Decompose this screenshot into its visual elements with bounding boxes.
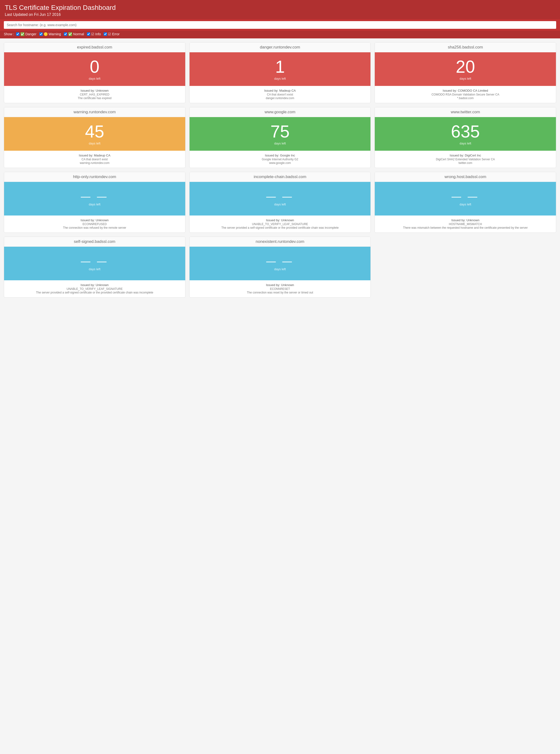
filter-info-label: ☑ Info: [91, 32, 101, 36]
card-body: Issued by: Unknown CERT_HAS_EXPIRED The …: [4, 86, 185, 103]
filter-warning-checkbox[interactable]: [39, 33, 43, 36]
card-body: Issued by: Unknown HOSTNAME_MISMATCH The…: [375, 216, 556, 233]
card: www.google.com 75 days left Issued by: G…: [189, 107, 371, 168]
filter-error[interactable]: ☑ Error: [104, 32, 119, 36]
last-updated: Last Updated on Fri Jun 17 2016: [5, 13, 555, 17]
filter-error-checkbox[interactable]: [104, 33, 107, 36]
detail-line-1: CERT_HAS_EXPIRED: [7, 93, 182, 96]
filter-warning-label: 🟡 Warning: [44, 32, 61, 36]
days-number: 0: [90, 58, 99, 75]
detail-line-2: The server provided a self-signed certif…: [193, 226, 367, 230]
card-hostname: http-only.runtondev.com: [4, 172, 185, 182]
card-body: Issued by: Unknown ECONNRESET The connec…: [189, 280, 371, 297]
card: www.twitter.com 635 days left Issued by:…: [375, 107, 556, 168]
cards-grid: expired.badssl.com 0 days left Issued by…: [4, 42, 556, 298]
filter-info-checkbox[interactable]: [87, 33, 90, 36]
days-number: 635: [451, 123, 480, 140]
card: warning.runtondev.com 45 days left Issue…: [4, 107, 185, 168]
card-hostname: wrong.host.badssl.com: [375, 172, 556, 182]
days-label: days left: [274, 77, 286, 80]
days-label: days left: [274, 142, 286, 145]
days-number: — —: [452, 192, 479, 201]
days-label: days left: [89, 267, 100, 271]
detail-line-1: CA that doesn't exist: [193, 93, 367, 96]
filter-warning[interactable]: 🟡 Warning: [39, 32, 61, 36]
days-number: 75: [271, 123, 289, 140]
days-number: 45: [85, 123, 104, 140]
detail-line-2: www.google.com: [193, 161, 367, 165]
card-banner: — — days left: [4, 247, 185, 280]
detail-line-2: warning.runtondev.com: [7, 161, 182, 165]
card-body: Issued by: Unknown UNABLE_TO_VERIFY_LEAF…: [4, 280, 185, 297]
card-body: Issued by: Unknown ECONNREFUSED The conn…: [4, 216, 185, 233]
detail-line-1: DigiCert SHA2 Extended Validation Server…: [378, 158, 553, 161]
card: self-signed.badssl.com — — days left Iss…: [4, 237, 185, 298]
card-body: Issued by: Google Inc Google Internet Au…: [189, 151, 371, 168]
main-content: expired.badssl.com 0 days left Issued by…: [0, 38, 560, 301]
detail-line-1: ECONNREFUSED: [7, 222, 182, 226]
days-label: days left: [89, 142, 100, 145]
issuer-line: Issued by: Google Inc: [193, 154, 367, 157]
filter-show-label: Show :: [4, 32, 14, 36]
search-bar: [0, 19, 560, 31]
days-label: days left: [459, 202, 471, 206]
card-hostname: warning.runtondev.com: [4, 107, 185, 117]
card-body: Issued by: COMODO CA Limited COMODO RSA …: [375, 86, 556, 103]
detail-line-2: The connection was refused by the remote…: [7, 226, 182, 230]
page-title: TLS Certificate Expiration Dashboard: [5, 4, 555, 12]
detail-line-2: The certificate has expired: [7, 97, 182, 100]
days-number: 1: [275, 58, 285, 75]
filter-danger-label: ✅ Danger: [20, 32, 37, 36]
card-banner: 45 days left: [4, 117, 185, 151]
card-hostname: www.twitter.com: [375, 107, 556, 117]
days-number: — —: [266, 256, 294, 266]
card-banner: 635 days left: [375, 117, 556, 151]
days-label: days left: [459, 142, 471, 145]
filter-normal-checkbox[interactable]: [64, 33, 67, 36]
detail-line-1: HOSTNAME_MISMATCH: [378, 222, 553, 226]
card-hostname: incomplete-chain.badssl.com: [189, 172, 371, 182]
card-hostname: sha256.badssl.com: [375, 42, 556, 52]
filter-info[interactable]: ☑ Info: [87, 32, 101, 36]
detail-line-2: danger.runtondev.com: [193, 97, 367, 100]
card-banner: — — days left: [189, 182, 371, 216]
detail-line-2: twitter.com: [378, 161, 553, 165]
days-number: — —: [81, 256, 108, 266]
search-input[interactable]: [4, 21, 556, 29]
card: expired.badssl.com 0 days left Issued by…: [4, 42, 185, 103]
issuer-line: Issued by: Unknown: [7, 89, 182, 93]
card-banner: — — days left: [4, 182, 185, 216]
card: nonexistent.runtondev.com — — days left …: [189, 237, 371, 298]
days-label: days left: [89, 77, 100, 80]
card-banner: 20 days left: [375, 52, 556, 86]
detail-line-1: UNABLE_TO_VERIFY_LEAF_SIGNATURE: [7, 287, 182, 291]
detail-line-1: CA that doesn't exist: [7, 158, 182, 161]
filter-danger[interactable]: ✅ Danger: [16, 32, 37, 36]
issuer-line: Issued by: Madeup CA: [193, 89, 367, 93]
header: TLS Certificate Expiration Dashboard Las…: [0, 0, 560, 19]
days-label: days left: [459, 77, 471, 80]
issuer-line: Issued by: Unknown: [378, 218, 553, 222]
card: incomplete-chain.badssl.com — — days lef…: [189, 172, 371, 233]
days-number: — —: [266, 192, 294, 201]
card-hostname: nonexistent.runtondev.com: [189, 237, 371, 247]
detail-line-1: UNABLE_TO_VERIFY_LEAF_SIGNATURE: [193, 222, 367, 226]
card: danger.runtondev.com 1 days left Issued …: [189, 42, 371, 103]
issuer-line: Issued by: Madeup CA: [7, 154, 182, 157]
filter-error-label: ☑ Error: [108, 32, 119, 36]
card-body: Issued by: DigiCert Inc DigiCert SHA2 Ex…: [375, 151, 556, 168]
card-hostname: www.google.com: [189, 107, 371, 117]
detail-line-1: ECONNRESET: [193, 287, 367, 291]
issuer-line: Issued by: DigiCert Inc: [378, 154, 553, 157]
card-body: Issued by: Unknown UNABLE_TO_VERIFY_LEAF…: [189, 216, 371, 233]
detail-line-1: Google Internet Authority G2: [193, 158, 367, 161]
card: http-only.runtondev.com — — days left Is…: [4, 172, 185, 233]
days-label: days left: [274, 202, 286, 206]
detail-line-2: The server provided a self-signed certif…: [7, 291, 182, 294]
issuer-line: Issued by: Unknown: [193, 283, 367, 287]
card: sha256.badssl.com 20 days left Issued by…: [375, 42, 556, 103]
filter-normal-label: ✅ Normal: [68, 32, 84, 36]
detail-line-2: The connection was reset by the server o…: [193, 291, 367, 294]
filter-normal[interactable]: ✅ Normal: [64, 32, 84, 36]
filter-danger-checkbox[interactable]: [16, 33, 19, 36]
